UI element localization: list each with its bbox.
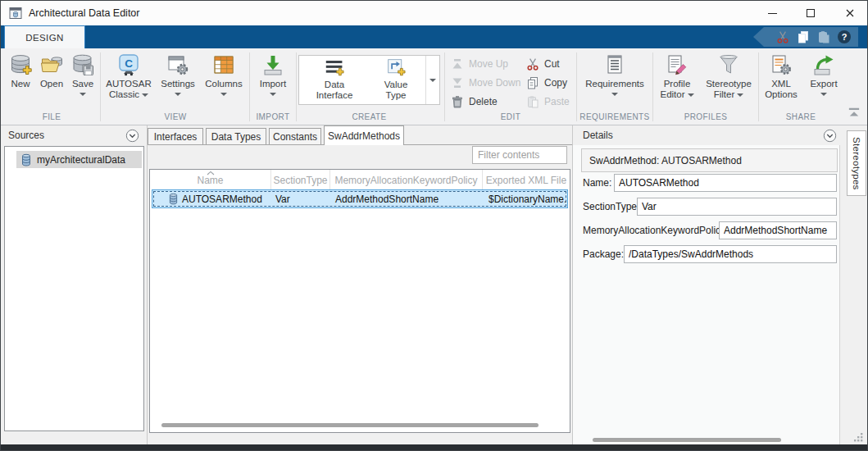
close-icon bbox=[846, 9, 854, 17]
profile-editor-pencil-icon bbox=[666, 53, 688, 76]
save-button[interactable]: Save bbox=[68, 53, 98, 96]
ribbon-tab-strip: DESIGN ? bbox=[1, 25, 867, 48]
resize-grip[interactable] bbox=[853, 432, 864, 443]
export-button[interactable]: Export bbox=[804, 53, 843, 96]
field-label-memoryallocationkeywordpolicy: MemoryAllocationKeywordPolicy: bbox=[583, 221, 728, 239]
column-header-exported-xml-file[interactable]: Exported XML File bbox=[483, 170, 570, 189]
data-interface-icon bbox=[325, 57, 345, 78]
group-label-view: VIEW bbox=[102, 112, 248, 124]
ribbon: New Open Save FILE AUTOSAR Classic Setti… bbox=[1, 48, 867, 125]
group-separator bbox=[758, 52, 759, 121]
group-label-share: SHARE bbox=[760, 112, 842, 124]
chevron-down-icon bbox=[80, 93, 86, 96]
tab-swaddrmethods[interactable]: SwAddrMethods bbox=[324, 125, 404, 145]
tab-design[interactable]: DESIGN bbox=[4, 25, 85, 48]
table-header: Name SectionType MemoryAllocationKeyword… bbox=[150, 170, 570, 189]
group-separator bbox=[249, 52, 250, 121]
name-field[interactable] bbox=[614, 174, 837, 192]
titlebar: Architectural Data Editor bbox=[1, 1, 867, 25]
data-interface-button[interactable]: Data Interface bbox=[305, 57, 364, 101]
group-label-profiles: PROFILES bbox=[653, 112, 758, 124]
funnel-icon bbox=[717, 53, 740, 76]
paste-icon bbox=[526, 95, 539, 108]
minimize-button[interactable] bbox=[758, 1, 786, 25]
sort-ascending-icon bbox=[207, 171, 215, 175]
new-button[interactable]: New bbox=[6, 53, 35, 89]
app-window: Architectural Data Editor DESIGN ? New O… bbox=[0, 0, 868, 451]
settings-button[interactable]: Settings bbox=[157, 53, 199, 96]
column-header-sectiontype[interactable]: SectionType bbox=[271, 170, 330, 189]
table-horizontal-scrollbar[interactable] bbox=[161, 423, 539, 427]
chevron-down-circle-icon bbox=[823, 129, 837, 143]
details-horizontal-scrollbar[interactable] bbox=[593, 438, 781, 442]
details-collapse-button[interactable] bbox=[823, 129, 837, 143]
value-type-button[interactable]: Value Type bbox=[369, 57, 423, 101]
requirements-button[interactable]: Requirements bbox=[578, 53, 652, 96]
columns-table-icon bbox=[212, 53, 235, 76]
package-field[interactable] bbox=[624, 245, 837, 263]
source-item-myarchitecturaldata[interactable]: myArchitecturalData bbox=[16, 151, 142, 168]
scissors-icon bbox=[526, 57, 539, 71]
column-header-memoryallocationkeywordpolicy[interactable]: MemoryAllocationKeywordPolicy bbox=[330, 170, 483, 189]
xml-options-button[interactable]: XML Options bbox=[760, 53, 802, 100]
close-button[interactable] bbox=[836, 1, 864, 25]
paste-button: Paste bbox=[526, 93, 570, 111]
group-separator bbox=[444, 52, 445, 121]
xml-options-gear-icon bbox=[770, 53, 793, 76]
tab-data-types[interactable]: Data Types bbox=[206, 128, 266, 144]
chevron-down-icon bbox=[270, 93, 276, 96]
open-button[interactable]: Open bbox=[37, 53, 66, 89]
value-type-icon bbox=[386, 57, 407, 78]
requirements-document-icon bbox=[603, 53, 626, 76]
import-button[interactable]: Import bbox=[252, 53, 294, 96]
import-arrow-icon bbox=[261, 53, 284, 76]
field-label-sectiontype: SectionType: bbox=[583, 198, 639, 216]
create-gallery-dropdown[interactable] bbox=[425, 56, 439, 104]
columns-button[interactable]: Columns bbox=[201, 53, 247, 96]
filter-input[interactable] bbox=[472, 146, 567, 164]
table-row-autosarmethod[interactable]: AUTOSARMethod Var AddrMethodShortName $D… bbox=[152, 189, 568, 208]
column-header-name[interactable]: Name bbox=[150, 170, 271, 189]
group-label-create: CREATE bbox=[298, 112, 440, 124]
maximize-icon bbox=[807, 9, 815, 17]
stereotype-filter-button[interactable]: Stereotype Filter bbox=[702, 53, 756, 100]
chevron-down-circle-icon bbox=[125, 129, 139, 143]
export-arrow-icon bbox=[812, 53, 835, 76]
chevron-down-icon bbox=[688, 93, 694, 97]
group-separator bbox=[652, 52, 653, 121]
cut-icon[interactable] bbox=[776, 30, 789, 43]
swaddrmethod-icon bbox=[169, 193, 178, 205]
panel-divider bbox=[147, 125, 148, 444]
group-label-edit: EDIT bbox=[445, 112, 576, 124]
delete-button[interactable]: Delete bbox=[451, 93, 498, 111]
new-database-icon bbox=[9, 53, 32, 76]
tab-constants[interactable]: Constants bbox=[269, 128, 321, 144]
cut-button[interactable]: Cut bbox=[526, 55, 560, 73]
move-up-button: Move Up bbox=[451, 55, 508, 73]
chevron-down-icon bbox=[737, 93, 743, 97]
field-label-name: Name: bbox=[583, 174, 611, 192]
copy-icon[interactable] bbox=[797, 30, 810, 43]
autosar-classic-icon bbox=[117, 53, 140, 76]
profile-editor-button[interactable]: Profile Editor bbox=[654, 53, 700, 100]
tab-interfaces[interactable]: Interfaces bbox=[148, 128, 203, 144]
open-folder-icon bbox=[40, 53, 63, 76]
memoryallocationkeywordpolicy-field[interactable] bbox=[719, 221, 837, 239]
help-button[interactable]: ? bbox=[838, 30, 851, 43]
copy-icon bbox=[526, 76, 539, 89]
sources-collapse-button[interactable] bbox=[125, 129, 139, 143]
collapse-ribbon-icon bbox=[847, 107, 861, 118]
group-separator bbox=[100, 52, 101, 121]
tab-stereotypes[interactable]: Stereotypes bbox=[847, 130, 866, 196]
collapse-ribbon-button[interactable] bbox=[845, 106, 863, 119]
app-icon bbox=[9, 7, 22, 20]
details-panel-title: Details bbox=[583, 125, 613, 145]
group-separator bbox=[576, 52, 577, 121]
sectiontype-field[interactable] bbox=[637, 198, 837, 216]
maximize-button[interactable] bbox=[797, 1, 825, 25]
autosar-classic-button[interactable]: AUTOSAR Classic bbox=[104, 53, 153, 100]
copy-button[interactable]: Copy bbox=[526, 74, 567, 92]
field-label-package: Package: bbox=[583, 245, 624, 263]
group-label-file: FILE bbox=[4, 112, 99, 124]
database-icon bbox=[21, 153, 31, 166]
